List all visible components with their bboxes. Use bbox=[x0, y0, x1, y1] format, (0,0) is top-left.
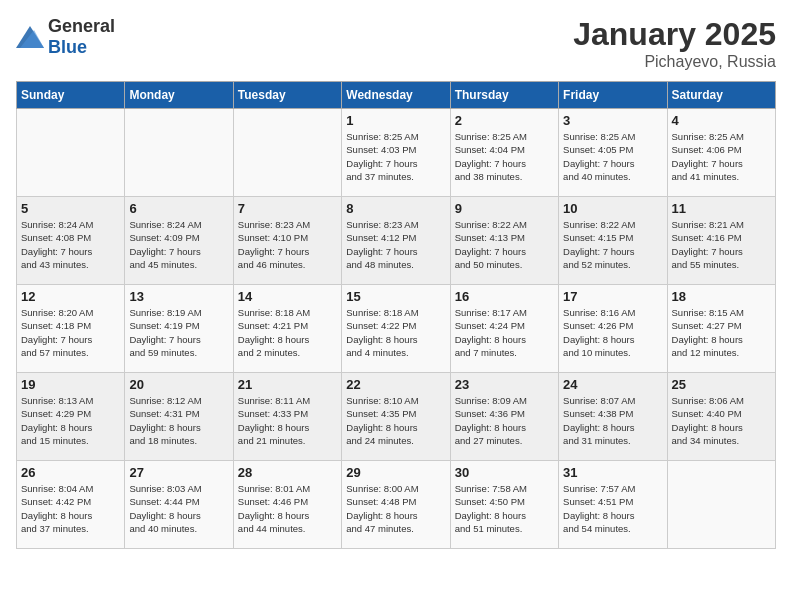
day-number: 31 bbox=[563, 465, 662, 480]
day-number: 1 bbox=[346, 113, 445, 128]
cell-info: Sunrise: 8:22 AM Sunset: 4:15 PM Dayligh… bbox=[563, 218, 662, 271]
day-number: 8 bbox=[346, 201, 445, 216]
calendar-cell: 28Sunrise: 8:01 AM Sunset: 4:46 PM Dayli… bbox=[233, 461, 341, 549]
cell-info: Sunrise: 8:21 AM Sunset: 4:16 PM Dayligh… bbox=[672, 218, 771, 271]
calendar-cell: 5Sunrise: 8:24 AM Sunset: 4:08 PM Daylig… bbox=[17, 197, 125, 285]
day-number: 18 bbox=[672, 289, 771, 304]
day-number: 20 bbox=[129, 377, 228, 392]
cell-info: Sunrise: 8:06 AM Sunset: 4:40 PM Dayligh… bbox=[672, 394, 771, 447]
cell-info: Sunrise: 8:01 AM Sunset: 4:46 PM Dayligh… bbox=[238, 482, 337, 535]
calendar-cell: 21Sunrise: 8:11 AM Sunset: 4:33 PM Dayli… bbox=[233, 373, 341, 461]
calendar-week-row: 12Sunrise: 8:20 AM Sunset: 4:18 PM Dayli… bbox=[17, 285, 776, 373]
day-number: 10 bbox=[563, 201, 662, 216]
calendar-cell: 9Sunrise: 8:22 AM Sunset: 4:13 PM Daylig… bbox=[450, 197, 558, 285]
calendar-cell: 16Sunrise: 8:17 AM Sunset: 4:24 PM Dayli… bbox=[450, 285, 558, 373]
location-title: Pichayevo, Russia bbox=[573, 53, 776, 71]
calendar-cell bbox=[17, 109, 125, 197]
calendar-week-row: 1Sunrise: 8:25 AM Sunset: 4:03 PM Daylig… bbox=[17, 109, 776, 197]
day-number: 12 bbox=[21, 289, 120, 304]
day-number: 17 bbox=[563, 289, 662, 304]
cell-info: Sunrise: 8:13 AM Sunset: 4:29 PM Dayligh… bbox=[21, 394, 120, 447]
logo-general: General bbox=[48, 16, 115, 36]
cell-info: Sunrise: 8:16 AM Sunset: 4:26 PM Dayligh… bbox=[563, 306, 662, 359]
day-number: 22 bbox=[346, 377, 445, 392]
cell-info: Sunrise: 8:18 AM Sunset: 4:21 PM Dayligh… bbox=[238, 306, 337, 359]
calendar-cell: 24Sunrise: 8:07 AM Sunset: 4:38 PM Dayli… bbox=[559, 373, 667, 461]
cell-info: Sunrise: 7:58 AM Sunset: 4:50 PM Dayligh… bbox=[455, 482, 554, 535]
day-number: 15 bbox=[346, 289, 445, 304]
month-title: January 2025 bbox=[573, 16, 776, 53]
cell-info: Sunrise: 8:25 AM Sunset: 4:04 PM Dayligh… bbox=[455, 130, 554, 183]
calendar-cell: 15Sunrise: 8:18 AM Sunset: 4:22 PM Dayli… bbox=[342, 285, 450, 373]
calendar-cell: 13Sunrise: 8:19 AM Sunset: 4:19 PM Dayli… bbox=[125, 285, 233, 373]
logo-blue: Blue bbox=[48, 37, 87, 57]
day-number: 29 bbox=[346, 465, 445, 480]
day-number: 3 bbox=[563, 113, 662, 128]
calendar-cell: 12Sunrise: 8:20 AM Sunset: 4:18 PM Dayli… bbox=[17, 285, 125, 373]
calendar-cell: 1Sunrise: 8:25 AM Sunset: 4:03 PM Daylig… bbox=[342, 109, 450, 197]
calendar-week-row: 26Sunrise: 8:04 AM Sunset: 4:42 PM Dayli… bbox=[17, 461, 776, 549]
cell-info: Sunrise: 7:57 AM Sunset: 4:51 PM Dayligh… bbox=[563, 482, 662, 535]
dow-header: Tuesday bbox=[233, 82, 341, 109]
calendar-cell: 26Sunrise: 8:04 AM Sunset: 4:42 PM Dayli… bbox=[17, 461, 125, 549]
calendar-cell: 19Sunrise: 8:13 AM Sunset: 4:29 PM Dayli… bbox=[17, 373, 125, 461]
calendar-body: 1Sunrise: 8:25 AM Sunset: 4:03 PM Daylig… bbox=[17, 109, 776, 549]
day-number: 4 bbox=[672, 113, 771, 128]
cell-info: Sunrise: 8:10 AM Sunset: 4:35 PM Dayligh… bbox=[346, 394, 445, 447]
calendar-cell bbox=[667, 461, 775, 549]
calendar-cell: 25Sunrise: 8:06 AM Sunset: 4:40 PM Dayli… bbox=[667, 373, 775, 461]
day-number: 19 bbox=[21, 377, 120, 392]
day-number: 23 bbox=[455, 377, 554, 392]
calendar-cell bbox=[233, 109, 341, 197]
calendar-cell: 14Sunrise: 8:18 AM Sunset: 4:21 PM Dayli… bbox=[233, 285, 341, 373]
calendar-cell: 11Sunrise: 8:21 AM Sunset: 4:16 PM Dayli… bbox=[667, 197, 775, 285]
logo-icon bbox=[16, 26, 44, 48]
cell-info: Sunrise: 8:22 AM Sunset: 4:13 PM Dayligh… bbox=[455, 218, 554, 271]
dow-header: Monday bbox=[125, 82, 233, 109]
calendar-cell: 17Sunrise: 8:16 AM Sunset: 4:26 PM Dayli… bbox=[559, 285, 667, 373]
calendar-cell: 20Sunrise: 8:12 AM Sunset: 4:31 PM Dayli… bbox=[125, 373, 233, 461]
title-area: January 2025 Pichayevo, Russia bbox=[573, 16, 776, 71]
cell-info: Sunrise: 8:11 AM Sunset: 4:33 PM Dayligh… bbox=[238, 394, 337, 447]
dow-header: Thursday bbox=[450, 82, 558, 109]
calendar-cell: 29Sunrise: 8:00 AM Sunset: 4:48 PM Dayli… bbox=[342, 461, 450, 549]
dow-header: Sunday bbox=[17, 82, 125, 109]
dow-header: Friday bbox=[559, 82, 667, 109]
cell-info: Sunrise: 8:23 AM Sunset: 4:12 PM Dayligh… bbox=[346, 218, 445, 271]
calendar-cell: 8Sunrise: 8:23 AM Sunset: 4:12 PM Daylig… bbox=[342, 197, 450, 285]
day-number: 7 bbox=[238, 201, 337, 216]
dow-header: Saturday bbox=[667, 82, 775, 109]
day-number: 21 bbox=[238, 377, 337, 392]
calendar-table: SundayMondayTuesdayWednesdayThursdayFrid… bbox=[16, 81, 776, 549]
cell-info: Sunrise: 8:23 AM Sunset: 4:10 PM Dayligh… bbox=[238, 218, 337, 271]
calendar-week-row: 5Sunrise: 8:24 AM Sunset: 4:08 PM Daylig… bbox=[17, 197, 776, 285]
day-number: 13 bbox=[129, 289, 228, 304]
day-number: 27 bbox=[129, 465, 228, 480]
cell-info: Sunrise: 8:20 AM Sunset: 4:18 PM Dayligh… bbox=[21, 306, 120, 359]
cell-info: Sunrise: 8:24 AM Sunset: 4:09 PM Dayligh… bbox=[129, 218, 228, 271]
day-number: 24 bbox=[563, 377, 662, 392]
calendar-cell: 31Sunrise: 7:57 AM Sunset: 4:51 PM Dayli… bbox=[559, 461, 667, 549]
day-number: 26 bbox=[21, 465, 120, 480]
header: General Blue January 2025 Pichayevo, Rus… bbox=[16, 16, 776, 71]
cell-info: Sunrise: 8:25 AM Sunset: 4:03 PM Dayligh… bbox=[346, 130, 445, 183]
day-number: 28 bbox=[238, 465, 337, 480]
calendar-cell: 2Sunrise: 8:25 AM Sunset: 4:04 PM Daylig… bbox=[450, 109, 558, 197]
day-number: 9 bbox=[455, 201, 554, 216]
cell-info: Sunrise: 8:24 AM Sunset: 4:08 PM Dayligh… bbox=[21, 218, 120, 271]
calendar-cell: 7Sunrise: 8:23 AM Sunset: 4:10 PM Daylig… bbox=[233, 197, 341, 285]
day-number: 5 bbox=[21, 201, 120, 216]
cell-info: Sunrise: 8:19 AM Sunset: 4:19 PM Dayligh… bbox=[129, 306, 228, 359]
logo-text: General Blue bbox=[48, 16, 115, 58]
cell-info: Sunrise: 8:09 AM Sunset: 4:36 PM Dayligh… bbox=[455, 394, 554, 447]
day-number: 11 bbox=[672, 201, 771, 216]
cell-info: Sunrise: 8:00 AM Sunset: 4:48 PM Dayligh… bbox=[346, 482, 445, 535]
cell-info: Sunrise: 8:04 AM Sunset: 4:42 PM Dayligh… bbox=[21, 482, 120, 535]
cell-info: Sunrise: 8:03 AM Sunset: 4:44 PM Dayligh… bbox=[129, 482, 228, 535]
cell-info: Sunrise: 8:18 AM Sunset: 4:22 PM Dayligh… bbox=[346, 306, 445, 359]
calendar-cell: 6Sunrise: 8:24 AM Sunset: 4:09 PM Daylig… bbox=[125, 197, 233, 285]
calendar-cell: 10Sunrise: 8:22 AM Sunset: 4:15 PM Dayli… bbox=[559, 197, 667, 285]
cell-info: Sunrise: 8:25 AM Sunset: 4:05 PM Dayligh… bbox=[563, 130, 662, 183]
calendar-cell: 3Sunrise: 8:25 AM Sunset: 4:05 PM Daylig… bbox=[559, 109, 667, 197]
calendar-cell: 30Sunrise: 7:58 AM Sunset: 4:50 PM Dayli… bbox=[450, 461, 558, 549]
